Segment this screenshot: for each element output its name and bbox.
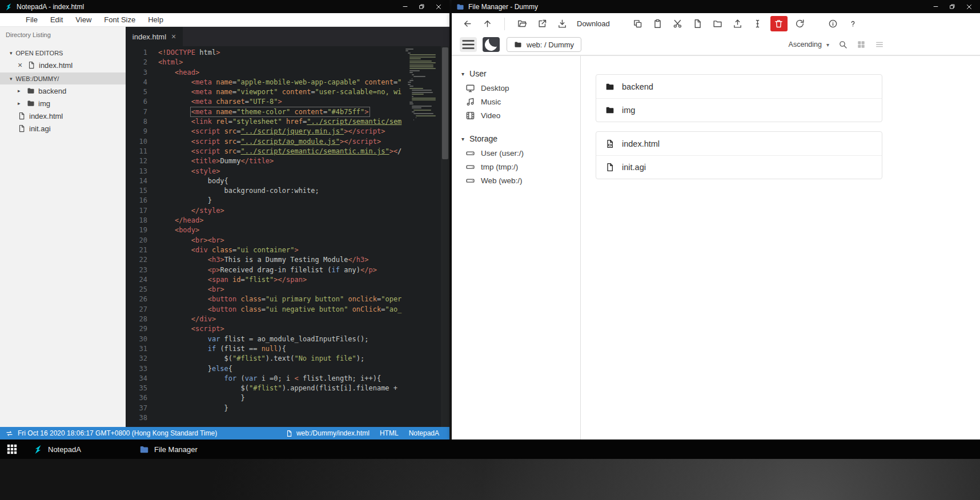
code-line: 36 } (126, 393, 449, 403)
minimize-button[interactable] (397, 0, 413, 13)
tab-close-icon[interactable]: × (171, 33, 176, 41)
paste-button[interactable] (650, 17, 665, 31)
sidebar-item-web-web[interactable]: Web (web:/) (452, 174, 580, 187)
tree-section-open-editors[interactable]: ▾OPEN EDITORS (0, 47, 126, 59)
menu-item-help[interactable]: Help (142, 13, 170, 26)
file-icon (286, 430, 293, 437)
upload-button[interactable] (730, 17, 745, 31)
statusbar-datetime: Fri Oct 16 2020 18:06:17 GMT+0800 (Hong … (18, 429, 217, 437)
search-icon[interactable] (838, 40, 848, 49)
sidebar-section-storage[interactable]: ▾Storage (452, 131, 580, 146)
list-view-icon[interactable] (875, 40, 884, 49)
code-line: 4 <meta name="apple-mobile-web-app-capab… (126, 78, 449, 87)
delete-button[interactable] (770, 16, 788, 31)
close-icon[interactable]: × (18, 61, 24, 69)
tree-item-index-html[interactable]: index.html (0, 110, 126, 122)
code-line: 14 body{ (126, 176, 449, 186)
sort-dropdown[interactable]: Ascending ▾ (789, 41, 829, 49)
help-button[interactable] (846, 17, 861, 31)
code-line: 26 <button class="ui primary button" onc… (126, 295, 449, 304)
tab-index-html[interactable]: index.html × (126, 27, 183, 46)
grid-view-icon[interactable] (857, 40, 866, 49)
download-button[interactable] (555, 17, 569, 31)
code-editor[interactable]: 1<!DOCTYPE html>2<html>3 <head>4 <meta n… (126, 46, 449, 427)
code-line: 19 <body> (126, 225, 449, 235)
minimap (405, 49, 439, 123)
code-line: 28 </div> (126, 314, 449, 324)
filemanager-titlebar: File Manager - Dummy (452, 0, 980, 13)
file-row-backend[interactable]: backend (596, 75, 882, 98)
code-line: 3 <head> (126, 68, 449, 78)
caret-right-icon[interactable]: ▸ (18, 88, 23, 94)
tree-item-index-html[interactable]: ×index.html (0, 59, 126, 71)
sidebar-item-user-user[interactable]: User (user:/) (452, 146, 580, 160)
drive-icon (465, 148, 475, 158)
sidebar-item-music[interactable]: Music (452, 95, 580, 108)
refresh-button[interactable] (793, 17, 808, 31)
sidebar-item-video[interactable]: Video (452, 108, 580, 122)
notepada-sidebar: Directory Listing ▾OPEN EDITORS×index.ht… (0, 27, 126, 427)
tree-item-init-agi[interactable]: init.agi (0, 122, 126, 135)
menu-item-edit[interactable]: Edit (44, 13, 69, 26)
sidebar-item-desktop[interactable]: Desktop (452, 81, 580, 95)
film-icon (465, 111, 475, 120)
statusbar-appname: NotepadA (409, 429, 439, 437)
restore-button[interactable] (413, 0, 430, 13)
menu-item-font-size[interactable]: Font Size (98, 13, 142, 26)
download-label[interactable]: Download (577, 19, 610, 28)
close-button[interactable] (961, 0, 977, 13)
start-menu-button[interactable] (6, 443, 18, 455)
file-row-init-agi[interactable]: init.agi (596, 155, 882, 179)
code-line: 24 <span id="flist"></span> (126, 275, 449, 285)
file-code-icon (605, 139, 614, 148)
file-icon (693, 19, 702, 29)
restore-button[interactable] (944, 0, 961, 13)
file-icon (605, 163, 614, 172)
close-icon (435, 3, 442, 10)
desktop-icon (465, 83, 475, 93)
file-icon (18, 112, 26, 120)
scrollbar-thumb[interactable] (442, 47, 448, 159)
sort-label: Ascending (789, 41, 822, 49)
back-button[interactable] (460, 17, 475, 31)
copy-button[interactable] (630, 17, 645, 31)
caret-right-icon[interactable]: ▸ (18, 100, 23, 106)
folder-outline-icon (713, 19, 722, 29)
minimize-button[interactable] (927, 0, 944, 13)
open-in-new-button[interactable] (535, 17, 549, 31)
upload-icon (733, 19, 742, 29)
file-row-index-html[interactable]: index.html (596, 132, 882, 155)
dark-mode-button[interactable] (483, 37, 500, 52)
open-button[interactable] (515, 17, 529, 31)
tree-section-web-dummy[interactable]: ▾WEB:/DUMMY/ (0, 72, 126, 84)
notepada-window-title: NotepadA - index.html (17, 3, 84, 11)
sidebar-item-tmp-tmp[interactable]: tmp (tmp:/) (452, 160, 580, 174)
taskbar-item-file-manager[interactable]: File Manager (139, 439, 246, 459)
tree-item-backend[interactable]: ▸backend (0, 84, 126, 97)
breadcrumb-path: web: / Dummy (527, 41, 574, 49)
info-icon (828, 19, 838, 29)
menu-button[interactable] (460, 37, 477, 52)
close-button[interactable] (430, 0, 447, 13)
file-row-img[interactable]: img (596, 98, 882, 122)
restore-icon (949, 3, 955, 10)
breadcrumb[interactable]: web: / Dummy (507, 37, 581, 52)
sidebar-section-user[interactable]: ▾User (452, 66, 580, 81)
cut-button[interactable] (670, 17, 685, 31)
menu-item-file[interactable]: File (19, 13, 44, 26)
menu-item-view[interactable]: View (69, 13, 98, 26)
statusbar-language[interactable]: HTML (380, 429, 399, 437)
code-line: 31 if (flist == null){ (126, 344, 449, 354)
rename-button[interactable] (750, 17, 765, 31)
tab-label: index.html (132, 33, 166, 41)
taskbar-item-notepada[interactable]: NotepadA (33, 439, 139, 459)
new-folder-button[interactable] (710, 17, 725, 31)
drive-icon (465, 176, 475, 186)
new-file-button[interactable] (690, 17, 705, 31)
up-button[interactable] (480, 17, 495, 31)
code-line: 22 <h3>This is a Dummy Testing Module</h… (126, 255, 449, 265)
editor-scrollbar[interactable] (441, 46, 449, 427)
file-icon (18, 124, 26, 132)
properties-button[interactable] (826, 17, 841, 31)
tree-item-img[interactable]: ▸img (0, 97, 126, 110)
